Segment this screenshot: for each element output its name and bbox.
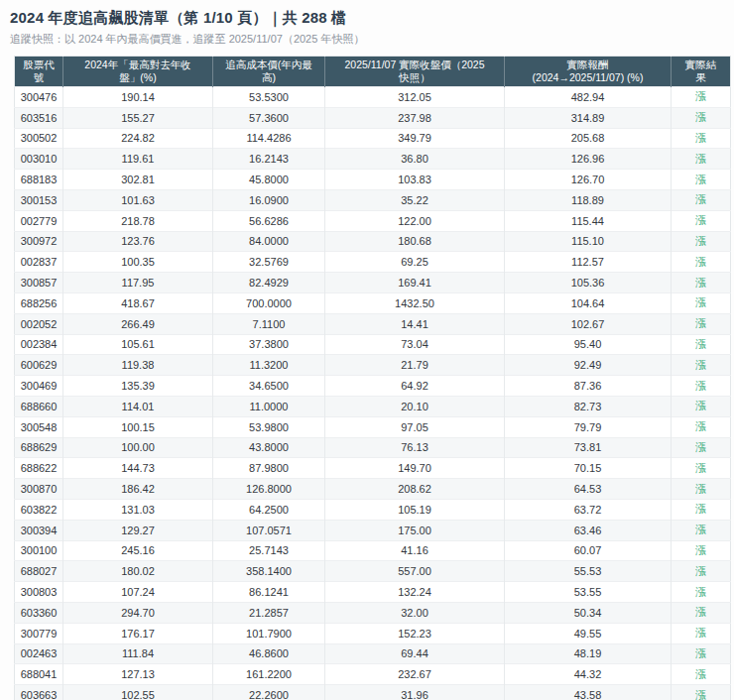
result-cell: 漲 — [672, 355, 731, 376]
chase-cost-cell: 700.0000 — [213, 292, 325, 313]
table-row: 002384105.6137.380073.0495.40漲 — [15, 334, 731, 355]
actual-close-cell: 237.98 — [325, 107, 505, 128]
result-cell: 漲 — [672, 334, 731, 355]
chase-cost-cell: 53.9800 — [213, 416, 325, 437]
result-cell: 漲 — [672, 313, 731, 334]
high-vs-prev-close-cell: 100.15 — [63, 416, 213, 437]
table-row: 688629100.0043.800076.1373.81漲 — [15, 437, 731, 458]
high-vs-prev-close-cell: 100.35 — [63, 252, 213, 273]
high-vs-prev-close-cell: 101.63 — [63, 189, 213, 210]
result-cell: 漲 — [672, 416, 731, 437]
stock-code-cell: 300548 — [15, 416, 63, 437]
stock-code-cell: 002384 — [15, 334, 63, 355]
result-cell: 漲 — [672, 561, 731, 582]
actual-close-cell: 36.80 — [325, 149, 505, 170]
table-row: 300100245.1625.714341.1660.07漲 — [15, 540, 731, 561]
header-cell-result: 實際結 果 — [672, 57, 731, 87]
actual-close-cell: 32.00 — [325, 602, 505, 623]
high-vs-prev-close-cell: 155.27 — [63, 107, 213, 128]
chase-cost-cell: 37.3800 — [213, 334, 325, 355]
table-row: 603516155.2757.3600237.98314.89漲 — [15, 107, 731, 128]
table-row: 003010119.6116.214336.80126.96漲 — [15, 149, 731, 170]
result-cell: 漲 — [672, 252, 731, 273]
table-row: 002052266.497.110014.41102.67漲 — [15, 313, 731, 334]
stock-code-cell: 300469 — [15, 376, 63, 397]
high-vs-prev-close-cell: 129.27 — [63, 520, 213, 540]
table-row: 300972123.7684.0000180.68115.10漲 — [15, 231, 731, 252]
actual-return-cell: 73.81 — [505, 437, 672, 458]
result-cell: 漲 — [672, 87, 731, 108]
chase-cost-cell: 45.8000 — [213, 170, 325, 190]
actual-close-cell: 1432.50 — [325, 292, 505, 313]
page-subtitle: 追蹤快照：以 2024 年內最高價買進，追蹤至 2025/11/07（2025 … — [10, 32, 734, 47]
header-cell-actual-return: 實際報酬 (2024→2025/11/07) (%) — [505, 57, 672, 87]
stock-code-cell: 688622 — [15, 458, 63, 479]
stock-code-cell: 300153 — [15, 189, 63, 210]
actual-return-cell: 70.15 — [505, 458, 672, 479]
chase-cost-cell: 56.6286 — [213, 210, 325, 231]
table-row: 300469135.3934.650064.9287.36漲 — [15, 376, 731, 397]
table-row: 600629119.3811.320021.7992.49漲 — [15, 355, 731, 376]
actual-close-cell: 21.79 — [325, 355, 505, 376]
result-cell: 漲 — [672, 396, 731, 416]
stock-code-cell: 002837 — [15, 252, 63, 273]
high-vs-prev-close-cell: 114.01 — [63, 396, 213, 416]
chase-cost-cell: 126.8000 — [213, 479, 325, 500]
actual-return-cell: 44.32 — [505, 664, 672, 685]
stock-code-cell: 300502 — [15, 128, 63, 149]
result-cell: 漲 — [672, 231, 731, 252]
high-vs-prev-close-cell: 111.84 — [63, 643, 213, 664]
result-cell: 漲 — [672, 602, 731, 623]
high-vs-prev-close-cell: 117.95 — [63, 273, 213, 293]
actual-close-cell: 169.41 — [325, 273, 505, 293]
actual-return-cell: 104.64 — [505, 292, 672, 313]
actual-close-cell: 557.00 — [325, 561, 505, 582]
stock-code-cell: 688256 — [15, 292, 63, 313]
actual-close-cell: 105.19 — [325, 499, 505, 520]
chase-cost-cell: 32.5769 — [213, 252, 325, 273]
table-row: 688622144.7387.9800149.7070.15漲 — [15, 458, 731, 479]
table-row: 603822131.0364.2500105.1963.72漲 — [15, 499, 731, 520]
result-cell: 漲 — [672, 664, 731, 685]
high-vs-prev-close-cell: 190.14 — [63, 87, 213, 108]
table-header-row: 股票代 號2024年「最高對去年收 盤」(%)追高成本價(年內最 高)2025/… — [15, 57, 731, 87]
stock-code-cell: 300100 — [15, 540, 63, 561]
table-row: 603360294.7021.285732.0050.34漲 — [15, 602, 731, 623]
stock-code-cell: 002052 — [15, 313, 63, 334]
table-body: 300476190.1453.5300312.05482.94漲60351615… — [15, 87, 731, 700]
table-row: 002779218.7856.6286122.00115.44漲 — [15, 210, 731, 231]
chase-cost-cell: 53.5300 — [213, 87, 325, 108]
stock-code-cell: 600629 — [15, 355, 63, 376]
high-vs-prev-close-cell: 127.13 — [63, 664, 213, 685]
table-row: 688027180.02358.1400557.0055.53漲 — [15, 561, 731, 582]
result-cell: 漲 — [672, 540, 731, 561]
result-cell: 漲 — [672, 210, 731, 231]
actual-return-cell: 118.89 — [505, 189, 672, 210]
high-vs-prev-close-cell: 144.73 — [63, 458, 213, 479]
chase-cost-cell: 11.3200 — [213, 355, 325, 376]
table-row: 300870186.42126.8000208.6264.53漲 — [15, 479, 731, 500]
high-vs-prev-close-cell: 119.61 — [63, 149, 213, 170]
actual-close-cell: 208.62 — [325, 479, 505, 500]
stock-code-cell: 688183 — [15, 170, 63, 190]
high-vs-prev-close-cell: 266.49 — [63, 313, 213, 334]
chase-cost-cell: 22.2600 — [213, 685, 325, 700]
actual-return-cell: 55.53 — [505, 561, 672, 582]
result-cell: 漲 — [672, 292, 731, 313]
actual-return-cell: 87.36 — [505, 376, 672, 397]
actual-close-cell: 69.25 — [325, 252, 505, 273]
chase-cost-cell: 64.2500 — [213, 499, 325, 520]
report-page: 2024 年度追高飆股清單（第 1/10 頁）｜共 288 檔 追蹤快照：以 2… — [0, 9, 734, 700]
high-vs-prev-close-cell: 123.76 — [63, 231, 213, 252]
actual-return-cell: 126.70 — [505, 170, 672, 190]
result-cell: 漲 — [672, 520, 731, 540]
chase-cost-cell: 82.4929 — [213, 273, 325, 293]
stock-code-cell: 300972 — [15, 231, 63, 252]
high-vs-prev-close-cell: 102.55 — [63, 685, 213, 700]
table-row: 300803107.2486.1241132.2453.55漲 — [15, 582, 731, 603]
actual-return-cell: 79.79 — [505, 416, 672, 437]
high-vs-prev-close-cell: 100.00 — [63, 437, 213, 458]
table-row: 300548100.1553.980097.0579.79漲 — [15, 416, 731, 437]
actual-close-cell: 35.22 — [325, 189, 505, 210]
stock-code-cell: 688629 — [15, 437, 63, 458]
